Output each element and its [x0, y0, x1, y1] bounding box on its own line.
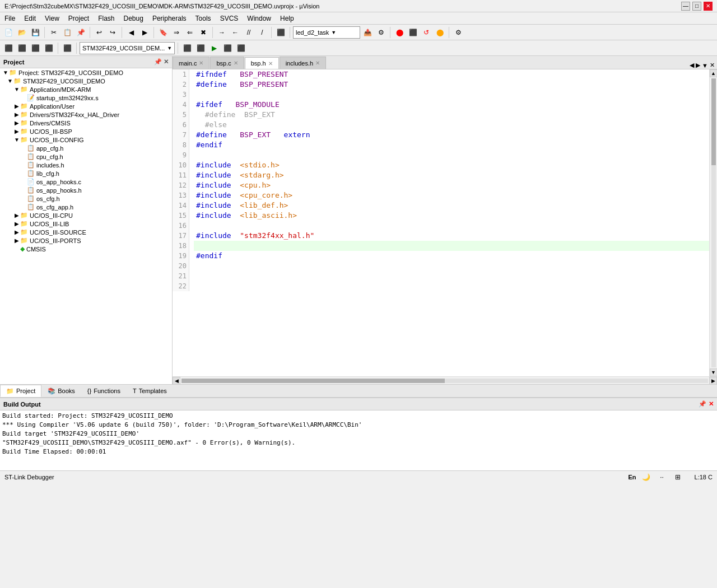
nav-fwd-btn[interactable]: ▶ — [138, 26, 151, 39]
tb2-btn2[interactable]: ⬛ — [16, 42, 28, 54]
build-output-pin[interactable]: 📌 — [699, 400, 706, 408]
load-icon-btn[interactable]: ⬛ — [274, 26, 287, 39]
bookmark-clear-btn[interactable]: ✖ — [197, 26, 209, 39]
project-panel-close[interactable]: ✕ — [164, 58, 169, 66]
expand-icon[interactable]: ▶ — [13, 229, 20, 235]
menu-item-tools[interactable]: Tools — [191, 12, 216, 24]
tree-item-uc-ports[interactable]: ▶📁UC/OS_III-PORTS — [0, 236, 172, 245]
open-btn[interactable]: 📂 — [16, 26, 28, 39]
reset-btn[interactable]: ↺ — [420, 26, 432, 39]
tree-item-uc-cpu[interactable]: ▶📁UC/OS_III-CPU — [0, 211, 172, 220]
horizontal-scrollbar[interactable]: ◀ ▶ — [173, 376, 717, 384]
tree-item-app-mdk[interactable]: ▼📁Application/MDK-ARM — [0, 85, 172, 94]
outdent-btn[interactable]: ← — [229, 26, 241, 39]
tab-includes-h[interactable]: includes.h✕ — [280, 57, 327, 69]
bookmark-next-btn[interactable]: ⇒ — [170, 26, 183, 39]
new-file-btn[interactable]: 📄 — [2, 26, 15, 39]
tb2-btn9[interactable]: ⬛ — [221, 42, 234, 54]
menu-item-svcs[interactable]: SVCS — [216, 12, 243, 24]
stop-btn[interactable]: ⬛ — [407, 26, 419, 39]
bookmark-prev-btn[interactable]: ⇐ — [184, 26, 196, 39]
debug2-btn[interactable]: ⬤ — [434, 26, 446, 39]
expand-icon[interactable]: ▶ — [13, 111, 20, 118]
bottom-tab-books-tab[interactable]: 📚Books — [41, 385, 81, 397]
load-btn[interactable]: 📤 — [361, 26, 374, 39]
menu-item-debug[interactable]: Debug — [119, 12, 148, 24]
tree-item-cmsis[interactable]: ◆CMSIS — [0, 245, 172, 253]
expand-icon[interactable]: ▶ — [13, 120, 20, 126]
close-button[interactable]: ✕ — [704, 2, 713, 11]
tb2-btn10[interactable]: ⬛ — [235, 42, 247, 54]
expand-icon[interactable]: ▶ — [13, 103, 20, 109]
menu-item-edit[interactable]: Edit — [20, 12, 40, 24]
expand-icon[interactable]: ▶ — [13, 221, 20, 227]
tb2-btn6[interactable]: ⬛ — [181, 42, 193, 54]
tree-item-includes[interactable]: 📋includes.h — [0, 161, 172, 169]
grid-icon[interactable]: ⊞ — [672, 472, 683, 483]
tree-item-uc-bsp[interactable]: ▶📁UC/OS_III-BSP — [0, 127, 172, 136]
tree-item-os_cfg_app[interactable]: 📋os_cfg_app.h — [0, 203, 172, 211]
tree-item-os_app_hooks_h[interactable]: 📋os_app_hooks.h — [0, 186, 172, 194]
tab-close-includes-h[interactable]: ✕ — [315, 60, 320, 66]
tree-item-drivers-cmsis[interactable]: ▶📁Drivers/CMSIS — [0, 119, 172, 127]
paste-btn[interactable]: 📌 — [75, 26, 87, 39]
copy-btn[interactable]: 📋 — [61, 26, 73, 39]
expand-icon[interactable]: ▼ — [2, 69, 9, 76]
tree-item-os_app_hooks_c[interactable]: 📄os_app_hooks.c — [0, 178, 172, 186]
undo-btn[interactable]: ↩ — [93, 26, 105, 39]
moon-icon[interactable]: 🌙 — [641, 472, 652, 483]
comment-btn[interactable]: // — [243, 26, 255, 39]
code-lines[interactable]: #ifndef BSP_PRESENT#define BSP_PRESENT #… — [189, 69, 709, 291]
scroll-left[interactable]: ◀ — [173, 377, 180, 385]
tab-close-bsp-c[interactable]: ✕ — [234, 60, 238, 66]
tree-item-drivers-stm32[interactable]: ▶📁Drivers/STM32F4xx_HAL_Driver — [0, 110, 172, 119]
menu-item-project[interactable]: Project — [64, 12, 94, 24]
project-panel-pin[interactable]: 📌 — [154, 58, 162, 66]
scroll-up[interactable]: ▲ — [710, 69, 718, 77]
tree-item-stm32[interactable]: ▼📁STM32F429_UCOSIII_DEMO — [0, 77, 172, 85]
tree-item-startup[interactable]: 📝startup_stm32f429xx.s — [0, 94, 172, 102]
tb2-btn5[interactable]: ⬛ — [61, 42, 73, 54]
options-btn[interactable]: ⚙ — [375, 26, 387, 39]
menu-item-view[interactable]: View — [40, 12, 64, 24]
bookmark-btn[interactable]: 🔖 — [157, 26, 169, 39]
tree-item-cpu_cfg[interactable]: 📋cpu_cfg.h — [0, 152, 172, 161]
tab-bsp-h[interactable]: bsp.h✕ — [245, 57, 279, 69]
tab-close-main-c[interactable]: ✕ — [199, 60, 203, 66]
menu-item-help[interactable]: Help — [276, 12, 299, 24]
tab-list[interactable]: ▼ — [702, 62, 708, 69]
expand-icon[interactable]: ▼ — [13, 137, 20, 143]
tab-main-c[interactable]: main.c✕ — [173, 57, 209, 69]
vertical-scrollbar[interactable]: ▲ ▼ — [709, 69, 717, 376]
task-dropdown[interactable]: led_d2_task ▼ — [293, 26, 360, 39]
expand-icon[interactable]: ▼ — [13, 86, 20, 92]
tb2-btn8[interactable]: ▶ — [208, 42, 220, 54]
tree-item-lib_cfg[interactable]: 📋lib_cfg.h — [0, 169, 172, 178]
scroll-right[interactable]: ▶ — [709, 377, 717, 385]
scroll-down[interactable]: ▼ — [710, 368, 718, 376]
menu-item-window[interactable]: Window — [243, 12, 276, 24]
code-editor[interactable]: 12345678910111213141516171819202122 #ifn… — [173, 69, 709, 376]
tb2-btn4[interactable]: ⬛ — [43, 42, 55, 54]
bottom-tab-templates-tab[interactable]: TTemplates — [127, 385, 173, 397]
redo-btn[interactable]: ↪ — [106, 26, 119, 39]
bottom-tab-functions-tab[interactable]: {}Functions — [81, 385, 127, 397]
uncomment-btn[interactable]: / — [256, 26, 268, 39]
tree-item-uc-source[interactable]: ▶📁UC/OS_III-SOURCE — [0, 228, 172, 236]
tab-close-bsp-h[interactable]: ✕ — [268, 60, 273, 67]
settings2-btn[interactable]: ⚙ — [452, 26, 464, 39]
save-btn[interactable]: 💾 — [29, 26, 41, 39]
tb2-btn7[interactable]: ⬛ — [194, 42, 207, 54]
expand-icon[interactable]: ▼ — [7, 78, 13, 84]
expand-icon[interactable]: ▶ — [13, 212, 20, 218]
maximize-button[interactable]: □ — [692, 2, 701, 11]
tree-item-uc-lib[interactable]: ▶📁UC/OS_III-LIB — [0, 220, 172, 228]
tree-item-os_cfg[interactable]: 📋os_cfg.h — [0, 194, 172, 203]
tab-scroll-right[interactable]: ▶ — [696, 62, 700, 69]
build-output-close[interactable]: ✕ — [709, 400, 714, 408]
tb2-btn3[interactable]: ⬛ — [29, 42, 41, 54]
nav-back-btn[interactable]: ◀ — [125, 26, 137, 39]
tab-scroll-left[interactable]: ◀ — [690, 62, 694, 69]
menu-item-file[interactable]: File — [0, 12, 20, 24]
tree-item-root[interactable]: ▼ 📁 Project: STM32F429_UCOSIII_DEMO — [0, 68, 172, 77]
